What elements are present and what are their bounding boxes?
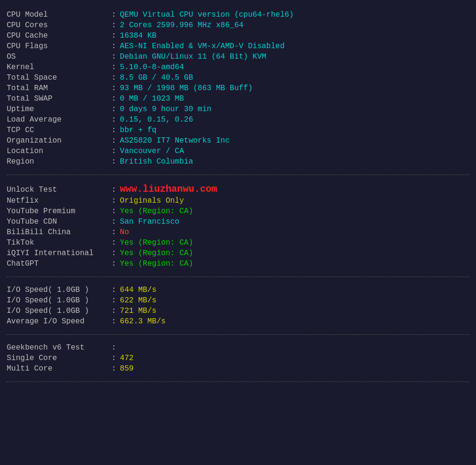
row-colon: : <box>111 343 116 352</box>
info-row: Unlock Test:www.liuzhanwu.com <box>7 184 469 195</box>
row-colon: : <box>111 286 116 294</box>
row-label: Total RAM <box>7 84 111 93</box>
row-colon: : <box>111 94 116 103</box>
row-value: No <box>120 228 129 237</box>
info-row: Multi Core:859 <box>7 364 469 373</box>
row-label: Single Core <box>7 354 111 362</box>
divider-4 <box>7 382 469 382</box>
info-row: Average I/O Speed:662.3 MB/s <box>7 317 469 326</box>
row-label: Multi Core <box>7 364 111 373</box>
row-colon: : <box>111 31 116 40</box>
row-label: YouTube CDN <box>7 217 111 226</box>
info-row: Uptime:0 days 9 hour 30 min <box>7 105 469 114</box>
row-value: 472 <box>120 354 134 362</box>
info-row: YouTube Premium:Yes (Region: CA) <box>7 207 469 216</box>
row-colon: : <box>111 126 116 134</box>
row-value: 0 days 9 hour 30 min <box>120 105 212 114</box>
row-value: 644 MB/s <box>120 286 157 294</box>
row-label: Load Average <box>7 115 111 124</box>
row-label: Average I/O Speed <box>7 317 111 326</box>
info-row: Total Space:8.5 GB / 40.5 GB <box>7 73 469 82</box>
row-label: Kernel <box>7 63 111 72</box>
row-colon: : <box>111 238 116 247</box>
row-colon: : <box>111 354 116 362</box>
row-colon: : <box>111 196 116 205</box>
row-value: 16384 KB <box>120 31 157 40</box>
row-label: Total SWAP <box>7 94 111 103</box>
row-colon: : <box>111 63 116 72</box>
row-value: 721 MB/s <box>120 307 157 315</box>
info-row: Location:Vancouver / CA <box>7 147 469 155</box>
row-label: iQIYI International <box>7 249 111 258</box>
row-label: CPU Cache <box>7 31 111 40</box>
row-label: Total Space <box>7 73 111 82</box>
info-row: I/O Speed( 1.0GB ):644 MB/s <box>7 286 469 294</box>
row-label: Geekbench v6 Test <box>7 343 111 352</box>
row-value: 662.3 MB/s <box>120 317 166 326</box>
system-section: CPU Model:QEMU Virtual CPU version (cpu6… <box>7 5 469 172</box>
row-colon: : <box>111 364 116 373</box>
divider-2 <box>7 277 469 277</box>
row-value: 622 MB/s <box>120 296 157 305</box>
row-value: 8.5 GB / 40.5 GB <box>120 73 193 82</box>
row-value: San Francisco <box>120 217 180 226</box>
unlock-section: Unlock Test:www.liuzhanwu.comNetflix:Ori… <box>7 178 469 274</box>
divider-1 <box>7 175 469 175</box>
row-value: Debian GNU/Linux 11 (64 Bit) KVM <box>120 52 266 61</box>
row-label: Organization <box>7 136 111 145</box>
info-row: Load Average:0.15, 0.15, 0.26 <box>7 115 469 124</box>
row-colon: : <box>111 73 116 82</box>
info-row: Total RAM:93 MB / 1998 MB (863 MB Buff) <box>7 84 469 93</box>
row-value: Yes (Region: CA) <box>120 238 193 247</box>
info-row: I/O Speed( 1.0GB ):622 MB/s <box>7 296 469 305</box>
row-colon: : <box>111 147 116 155</box>
row-value: 0.15, 0.15, 0.26 <box>120 115 193 124</box>
row-label: CPU Cores <box>7 21 111 30</box>
row-label: I/O Speed( 1.0GB ) <box>7 286 111 294</box>
divider-3 <box>7 334 469 335</box>
row-value: Yes (Region: CA) <box>120 259 193 268</box>
row-colon: : <box>111 157 116 166</box>
info-row: Organization:AS25820 IT7 Networks Inc <box>7 136 469 145</box>
row-colon: : <box>111 296 116 305</box>
row-colon: : <box>111 105 116 114</box>
row-label: YouTube Premium <box>7 207 111 216</box>
row-value: Originals Only <box>120 196 184 205</box>
row-value: British Columbia <box>120 157 193 166</box>
info-row: YouTube CDN:San Francisco <box>7 217 469 226</box>
row-value: AS25820 IT7 Networks Inc <box>120 136 230 145</box>
row-value: www.liuzhanwu.com <box>120 184 217 195</box>
info-row: CPU Model:QEMU Virtual CPU version (cpu6… <box>7 10 469 19</box>
row-colon: : <box>111 249 116 258</box>
info-row: ChatGPT:Yes (Region: CA) <box>7 259 469 268</box>
row-label: TikTok <box>7 238 111 247</box>
row-colon: : <box>111 21 116 30</box>
info-row: Total SWAP:0 MB / 1023 MB <box>7 94 469 103</box>
row-colon: : <box>111 207 116 216</box>
info-row: Geekbench v6 Test: <box>7 343 469 352</box>
info-row: CPU Cache:16384 KB <box>7 31 469 40</box>
row-colon: : <box>111 228 116 237</box>
row-label: Unlock Test <box>7 186 111 194</box>
row-label: Region <box>7 157 111 166</box>
info-row: Kernel:5.10.0-8-amd64 <box>7 63 469 72</box>
row-colon: : <box>111 84 116 93</box>
row-colon: : <box>111 186 116 194</box>
row-colon: : <box>111 115 116 124</box>
row-value: Vancouver / CA <box>120 147 184 155</box>
row-label: I/O Speed( 1.0GB ) <box>7 296 111 305</box>
info-row: TikTok:Yes (Region: CA) <box>7 238 469 247</box>
geekbench-section: Geekbench v6 Test: Single Core:472 Multi… <box>7 338 469 379</box>
row-label: BiliBili China <box>7 228 111 237</box>
row-colon: : <box>111 10 116 19</box>
row-colon: : <box>111 217 116 226</box>
row-value: Yes (Region: CA) <box>120 207 193 216</box>
info-row: Netflix:Originals Only <box>7 196 469 205</box>
row-label: TCP CC <box>7 126 111 134</box>
row-label: CPU Flags <box>7 42 111 51</box>
row-colon: : <box>111 259 116 268</box>
info-row: Region:British Columbia <box>7 157 469 166</box>
row-label: ChatGPT <box>7 259 111 268</box>
row-label: Uptime <box>7 105 111 114</box>
info-row: CPU Flags:AES-NI Enabled & VM-x/AMD-V Di… <box>7 42 469 51</box>
